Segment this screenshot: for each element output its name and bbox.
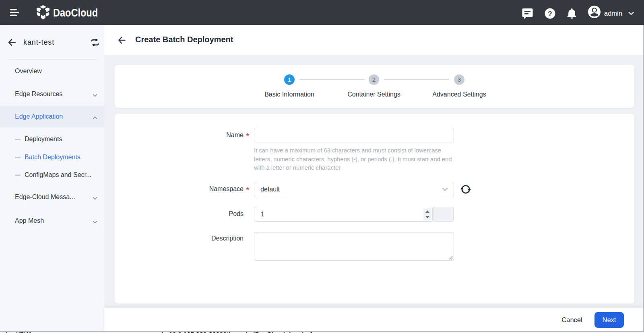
svg-text:?: ?	[548, 10, 552, 18]
